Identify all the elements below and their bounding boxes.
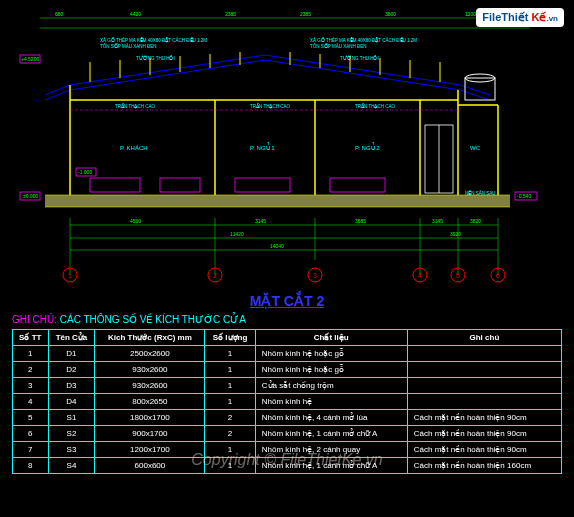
- svg-text:14040: 14040: [270, 243, 284, 249]
- svg-text:XÀ GỒ THÉP MA KẼM 40X80 ĐẶT CÁ: XÀ GỒ THÉP MA KẼM 40X80 ĐẶT CÁCH ĐỀU 1.2…: [310, 37, 417, 43]
- svg-text:+4.5200: +4.5200: [21, 56, 39, 62]
- table-row: 4D4800x26501Nhôm kính hệ: [13, 394, 562, 410]
- col-gc: Ghi chú: [407, 330, 561, 346]
- svg-text:2385: 2385: [225, 11, 236, 17]
- svg-text:6: 6: [496, 272, 500, 279]
- cad-drawing: 680 4420 2385 2385 3800 1200 XÀ GỒ THÉP …: [0, 0, 574, 290]
- svg-text:-1.000: -1.000: [78, 169, 92, 175]
- svg-text:TRẦN THẠCH CAO: TRẦN THẠCH CAO: [250, 103, 290, 109]
- svg-rect-51: [45, 195, 510, 207]
- table-row: 5S11800x17002Nhôm kính hệ, 4 cánh mở lùa…: [13, 410, 562, 426]
- svg-text:4560: 4560: [130, 218, 141, 224]
- svg-rect-50: [330, 178, 385, 192]
- table-row: 2D2930x26001Nhôm kính hệ hoặc gỗ: [13, 362, 562, 378]
- col-kt: Kích Thước (RxC) mm: [95, 330, 205, 346]
- svg-text:4: 4: [418, 272, 422, 279]
- svg-text:3145: 3145: [432, 218, 443, 224]
- svg-rect-47: [90, 178, 140, 192]
- svg-rect-49: [235, 178, 290, 192]
- svg-text:3820: 3820: [470, 218, 481, 224]
- svg-text:-0.540: -0.540: [517, 193, 531, 199]
- col-stt: Số TT: [13, 330, 49, 346]
- svg-text:1200: 1200: [465, 11, 476, 17]
- svg-text:4420: 4420: [130, 11, 141, 17]
- svg-text:1: 1: [68, 272, 72, 279]
- table-note: GHI CHÚ: CÁC THÔNG SỐ VỀ KÍCH THƯỚC CỬA: [0, 312, 574, 329]
- col-ten: Tên Cửa: [48, 330, 95, 346]
- watermark-logo: FileThiết Kế.vn: [476, 8, 564, 27]
- svg-text:3145: 3145: [255, 218, 266, 224]
- table-row: 7S31200x17001Nhôm kính hệ, 2 cánh quayCá…: [13, 442, 562, 458]
- svg-text:TƯỜNG THU HỒI: TƯỜNG THU HỒI: [340, 55, 379, 61]
- svg-text:TRẦN THẠCH CAO: TRẦN THẠCH CAO: [355, 103, 395, 109]
- svg-text:TƯỜNG THU HỒI: TƯỜNG THU HỒI: [136, 55, 175, 61]
- svg-text:3: 3: [313, 272, 317, 279]
- svg-text:2: 2: [213, 272, 217, 279]
- svg-text:3800: 3800: [385, 11, 396, 17]
- table-row: 8S4600x6001Nhôm kính hệ, 1 cánh mở chữ A…: [13, 458, 562, 474]
- svg-text:WC: WC: [470, 145, 481, 151]
- col-sl: Số lượng: [205, 330, 255, 346]
- svg-text:P. NGỦ 1: P. NGỦ 1: [250, 142, 275, 151]
- svg-text:2385: 2385: [300, 11, 311, 17]
- svg-rect-48: [160, 178, 200, 192]
- col-cl: Chất liệu: [255, 330, 407, 346]
- svg-text:680: 680: [55, 11, 64, 17]
- svg-text:TÔN SỐP MÀU XANH ĐEN: TÔN SỐP MÀU XANH ĐEN: [100, 43, 156, 49]
- svg-text:TÔN SỐP MÀU XANH ĐEN: TÔN SỐP MÀU XANH ĐEN: [310, 43, 366, 49]
- svg-text:XÀ GỒ THÉP MA KẼM 40X80 ĐẶT CÁ: XÀ GỒ THÉP MA KẼM 40X80 ĐẶT CÁCH ĐỀU 1.2…: [100, 37, 207, 43]
- svg-text:TRẦN THẠCH CAO: TRẦN THẠCH CAO: [115, 103, 155, 109]
- svg-text:3920: 3920: [450, 231, 461, 237]
- drawing-title: MẶT CẮT 2: [0, 290, 574, 312]
- svg-text:3885: 3885: [355, 218, 366, 224]
- table-row: 3D3930x26001Cửa sắt chống trộm: [13, 378, 562, 394]
- table-row: 1D12500x26001Nhôm kính hệ hoặc gỗ: [13, 346, 562, 362]
- svg-text:P. NGỦ 2: P. NGỦ 2: [355, 142, 380, 151]
- table-row: 6S2900x17002Nhôm kính hệ, 1 cánh mở chữ …: [13, 426, 562, 442]
- svg-text:±0.000: ±0.000: [23, 193, 38, 199]
- svg-text:5: 5: [456, 272, 460, 279]
- svg-text:P. KHÁCH: P. KHÁCH: [120, 145, 148, 151]
- door-schedule-table: Số TT Tên Cửa Kích Thước (RxC) mm Số lượ…: [0, 329, 574, 474]
- svg-text:11420: 11420: [230, 231, 244, 237]
